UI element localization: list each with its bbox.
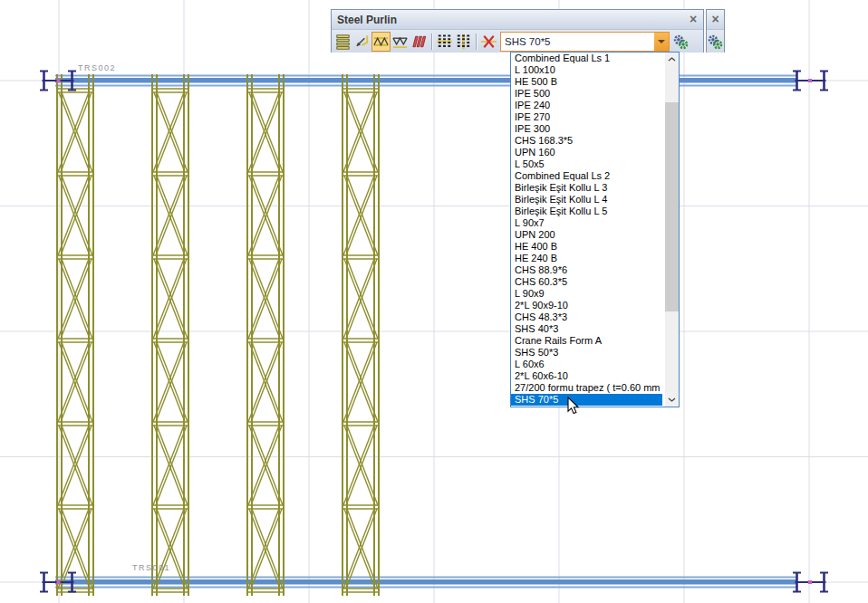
dropdown-item[interactable]: SHS 50*3 [511,347,662,359]
purlin-grid-dense-icon[interactable] [454,32,473,52]
toolbar-separator [473,33,479,51]
dropdown-item[interactable]: Birleşik Eşit Kollu L 5 [511,206,662,217]
dropdown-item[interactable]: HE 240 B [511,253,662,264]
profile-combobox-value: SHS 70*5 [505,33,653,51]
scrollbar-thumb[interactable] [665,102,679,311]
dropdown-item[interactable]: UPN 160 [511,147,662,158]
settings-gears-icon[interactable] [671,32,690,52]
close-icon[interactable]: × [685,12,701,28]
steel-purlin-titlebar[interactable]: Steel Purlin × [332,10,703,30]
mini-window-toolbar [707,30,724,53]
dropdown-item[interactable]: Crane Rails Form A [511,335,662,347]
scroll-down-icon[interactable] [665,393,679,407]
dropdown-item[interactable]: IPE 500 [511,88,662,100]
dropdown-item[interactable]: HE 400 B [511,241,662,253]
dropdown-item[interactable]: CHS 168.3*5 [511,135,662,147]
truss-purlin-icon[interactable] [371,32,391,52]
dropdown-item[interactable]: L 90x9 [511,288,662,300]
delete-purlin-icon[interactable] [479,32,498,52]
dropdown-item[interactable]: IPE 300 [511,123,662,135]
docked-mini-window: × [706,9,725,53]
toolbar-separator [429,33,435,51]
dropdown-item[interactable]: L 90x7 [511,217,662,229]
dropdown-scrollbar[interactable] [665,53,679,407]
chevron-down-icon [658,40,665,43]
dropdown-item[interactable]: SHS 40*3 [511,323,662,335]
dropdown-item[interactable]: SHS 70*5 [511,394,662,406]
purlin-grid-icon[interactable] [435,32,454,52]
dropdown-item[interactable]: 2*L 60x6-10 [511,370,662,382]
dropdown-item[interactable]: CHS 88.9*6 [511,264,662,276]
inclined-purlin-icon[interactable] [352,32,371,52]
profile-dropdown-items: Combined Equal Ls 1L 100x10HE 500 BIPE 5… [511,53,679,406]
hatch-purlin-icon[interactable] [410,32,429,52]
profile-dropdown-list: Combined Equal Ls 1L 100x10HE 500 BIPE 5… [510,52,680,407]
dropdown-item[interactable]: 2*L 90x9-10 [511,300,662,311]
dropdown-item[interactable]: IPE 270 [511,111,662,123]
steel-purlin-toolbar: SHS 70*5 [332,30,703,53]
application-viewport: TRS002TRS001 Steel Purlin × [0,0,868,603]
profile-combobox[interactable]: SHS 70*5 [500,32,670,52]
mini-window-titlebar[interactable]: × [707,10,724,30]
dropdown-item[interactable]: Birleşik Eşit Kollu L 3 [511,182,662,194]
dropdown-item[interactable]: CHS 48.3*3 [511,311,662,323]
settings-gears-2-icon[interactable] [706,32,725,52]
dropdown-item[interactable]: L 50x5 [511,158,662,170]
sheeting-profile-icon[interactable] [391,32,410,52]
dropdown-item[interactable]: L 100x10 [511,64,662,76]
dropdown-item[interactable]: UPN 200 [511,229,662,241]
dropdown-item[interactable]: Combined Equal Ls 2 [511,170,662,182]
dropdown-item[interactable]: Combined Equal Ls 1 [511,53,662,64]
svg-text:TRS002: TRS002 [78,63,116,72]
dropdown-item[interactable]: 27/200 formu trapez ( t=0.60 mm [511,382,662,394]
scroll-up-icon[interactable] [665,53,679,66]
combobox-dropdown-button[interactable] [654,33,669,51]
window-title: Steel Purlin [332,14,685,26]
dropdown-item[interactable]: HE 500 B [511,76,662,88]
mouse-cursor-icon [567,397,580,416]
cad-drawing-canvas[interactable]: TRS002TRS001 [0,0,868,603]
dropdown-item[interactable]: IPE 240 [511,100,662,111]
dropdown-item[interactable]: L 60x6 [511,359,662,370]
close-icon[interactable]: × [708,12,724,28]
purlin-lines-icon[interactable] [333,32,352,52]
dropdown-item[interactable]: CHS 60.3*5 [511,276,662,288]
steel-purlin-window: Steel Purlin × [331,9,704,53]
dropdown-item[interactable]: Birleşik Eşit Kollu L 4 [511,194,662,206]
